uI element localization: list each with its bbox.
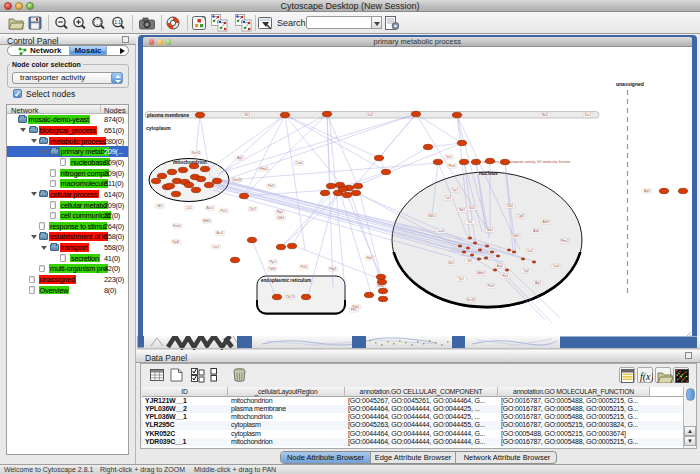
- svg-text:Gdh1: Gdh1: [512, 234, 520, 238]
- svg-text:Lsc1: Lsc1: [213, 245, 220, 249]
- svg-text:cytoplasm: cytoplasm: [146, 125, 171, 131]
- svg-text:Idh1: Idh1: [157, 204, 163, 208]
- svg-text:Atp1: Atp1: [535, 281, 542, 285]
- svg-text:Aco1: Aco1: [217, 231, 224, 235]
- svg-text:Ura2: Ura2: [527, 249, 534, 253]
- svg-text:Tyr1: Tyr1: [458, 277, 464, 281]
- svg-text:Pck1: Pck1: [301, 265, 308, 269]
- svg-text:Phe2: Phe2: [487, 284, 494, 288]
- svg-text:Fbp1: Fbp1: [330, 267, 337, 271]
- svg-text:Cox4: Cox4: [552, 264, 559, 268]
- svg-text:unassigned: unassigned: [616, 81, 644, 87]
- svg-text:Sec61: Sec61: [192, 151, 201, 155]
- svg-text:Pma1: Pma1: [561, 239, 569, 243]
- svg-text:Dld1: Dld1: [507, 204, 514, 208]
- svg-text:Hxk2: Hxk2: [367, 256, 374, 260]
- svg-text:Atp1: Atp1: [237, 156, 244, 160]
- svg-text:Fum1: Fum1: [173, 224, 181, 228]
- svg-text:Qcr2: Qcr2: [250, 207, 257, 211]
- svg-text:Gut2: Gut2: [469, 206, 476, 210]
- svg-text:His4: His4: [502, 274, 508, 278]
- svg-text:Inv1: Inv1: [446, 155, 452, 159]
- svg-text:Tdh3: Tdh3: [269, 267, 276, 271]
- svg-text:Pet9: Pet9: [268, 184, 275, 188]
- svg-text:Pyc1: Pyc1: [270, 260, 277, 264]
- svg-text:Ndi1: Ndi1: [459, 208, 466, 212]
- svg-text:Trp2: Trp2: [523, 269, 529, 273]
- svg-text:Cyb2: Cyb2: [517, 214, 524, 218]
- svg-text:Bat1: Bat1: [487, 228, 494, 232]
- svg-text:1:1: 1:1: [114, 19, 121, 25]
- svg-text:Arg1: Arg1: [497, 264, 504, 268]
- svg-text:plasma membrane: plasma membrane: [147, 113, 189, 118]
- svg-text:Suc2: Suc2: [585, 113, 592, 117]
- svg-text:Cyc1: Cyc1: [452, 188, 459, 192]
- svg-text:Kgd1: Kgd1: [172, 240, 179, 244]
- svg-text:Por1: Por1: [221, 209, 228, 213]
- svg-text:Cit1: Cit1: [186, 206, 192, 210]
- svg-text:Gal1: Gal1: [367, 113, 374, 117]
- svg-text:Pho5: Pho5: [448, 164, 455, 168]
- svg-text:Atp2: Atp2: [644, 189, 651, 193]
- svg-text:Gln1: Gln1: [448, 261, 455, 265]
- svg-text:Nde1: Nde1: [428, 214, 436, 218]
- svg-text:Cox4: Cox4: [295, 161, 302, 165]
- svg-text:Rip1: Rip1: [277, 210, 284, 214]
- svg-text:Ald4: Ald4: [533, 229, 539, 233]
- svg-text:Glt1: Glt1: [467, 259, 473, 263]
- svg-text:Ade4: Ade4: [477, 271, 484, 275]
- svg-text:Mdh1: Mdh1: [203, 219, 211, 223]
- svg-text:Pfk1: Pfk1: [351, 308, 357, 312]
- svg-text:colocalizes_with transporter a: colocalizes_with transporter activity, G…: [482, 160, 571, 164]
- svg-text:Aac1: Aac1: [207, 206, 214, 210]
- svg-text:Ilv2: Ilv2: [468, 220, 473, 224]
- svg-text:f(x): f(x): [640, 371, 653, 383]
- svg-text:Tom20: Tom20: [232, 178, 241, 182]
- svg-text:Mal1: Mal1: [542, 113, 549, 117]
- svg-text:Sdh1: Sdh1: [277, 216, 284, 220]
- svg-text:nucleus: nucleus: [479, 170, 498, 176]
- svg-text:Cor1: Cor1: [445, 196, 452, 200]
- svg-text:Pma1: Pma1: [260, 167, 268, 171]
- svg-text:Sec61: Sec61: [467, 298, 476, 302]
- svg-text:Adh3: Adh3: [542, 220, 549, 224]
- svg-text:Leu4: Leu4: [438, 229, 445, 233]
- svg-text:Glk1: Glk1: [244, 113, 251, 117]
- svg-text:Cdc19: Cdc19: [286, 295, 295, 299]
